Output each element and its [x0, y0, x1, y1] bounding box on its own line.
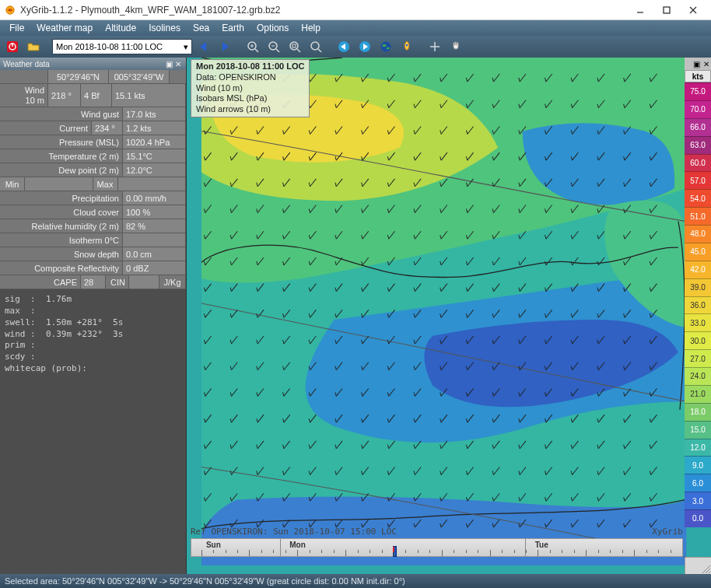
status-text: Selected area: 50°29'46"N 005°32'49"W ->… [5, 576, 405, 586]
ts-tue: Tue [535, 541, 548, 549]
svg-point-26 [381, 42, 391, 52]
overlay-isobars: Isobars MSL (hPa) [196, 93, 304, 104]
ts-sun: Sun [206, 541, 221, 549]
resize-grip[interactable] [685, 557, 711, 574]
toolbar: Mon 2018-10-08 11:00 LOC ▾ [0, 36, 711, 58]
wind10m-bf: 4 Bf [81, 84, 112, 107]
unit-jkg: J/Kg [159, 275, 186, 289]
legend-step: 33.0 [685, 313, 711, 331]
val-gust: 17.0 kts [123, 107, 186, 121]
svg-line-718 [709, 572, 710, 573]
lbl-cape: CAPE [0, 275, 81, 289]
map-view[interactable]: Mon 2018-10-08 11:00 LOC Data: OPENSKIRO… [187, 58, 711, 574]
menu-isolines[interactable]: Isolines [142, 23, 187, 33]
zoom-out-icon[interactable] [264, 37, 283, 56]
close-button[interactable] [680, 0, 706, 19]
legend-step: 63.0 [685, 136, 711, 154]
svg-rect-19 [292, 44, 296, 47]
legend-step: 60.0 [685, 154, 711, 172]
val-refl: 0 dBZ [123, 261, 186, 275]
nav-back-icon[interactable] [334, 37, 353, 56]
val-pressure: 1020.4 hPa [123, 135, 186, 149]
rocket-icon[interactable] [398, 37, 416, 56]
menu-options[interactable]: Options [250, 23, 295, 33]
window-title: XyGrib-1.1.2 - Plymouth_4km_WRF_WAM_1810… [20, 5, 280, 16]
zoom-in-icon[interactable] [243, 37, 262, 56]
val-dew: 12.0°C [123, 163, 186, 177]
svg-marker-8 [200, 42, 206, 51]
minimize-button[interactable] [627, 0, 653, 19]
time-selector[interactable]: Mon 2018-10-08 11:00 LOC ▾ [52, 39, 192, 54]
legend-close-icon[interactable]: ✕ [703, 60, 709, 68]
lbl-min: Min [0, 177, 25, 191]
lbl-pressure: Pressure (MSL) [0, 135, 123, 149]
menu-weather-map[interactable]: Weather map [30, 23, 99, 33]
val-precip: 0.00 mm/h [123, 191, 186, 205]
legend-float-icon[interactable]: ▣ [693, 60, 700, 68]
val-snow: 0.0 cm [123, 247, 186, 261]
power-icon[interactable] [3, 37, 22, 56]
ts-mon: Mon [289, 541, 306, 549]
legend-step: 15.0 [685, 421, 711, 439]
globe-icon[interactable] [377, 37, 395, 56]
val-rh: 82 % [123, 219, 186, 233]
menu-file[interactable]: File [3, 23, 30, 33]
val-cloud: 100 % [123, 205, 186, 219]
svg-line-21 [318, 49, 321, 52]
legend-step: 54.0 [685, 189, 711, 207]
legend-step: 75.0 [685, 82, 711, 100]
pan-icon[interactable] [447, 37, 465, 56]
time-slider[interactable]: Sun Mon Tue [191, 538, 683, 557]
lbl-gust: Wind gust [0, 107, 123, 121]
legend-step: 51.0 [685, 207, 711, 225]
menu-earth[interactable]: Earth [215, 23, 250, 33]
zoom-fit-icon[interactable] [285, 37, 304, 56]
panel-header: Weather data ▣ ✕ [0, 58, 186, 70]
val-iso [123, 233, 186, 247]
legend-step: 57.0 [685, 171, 711, 189]
legend-unit: kts [685, 70, 711, 82]
lat-value: 50°29'46"N [48, 70, 109, 83]
lbl-cin: CIN [106, 275, 129, 289]
zoom-region-icon[interactable] [306, 37, 325, 56]
lbl-rh: Relative humidity (2 m) [0, 219, 123, 233]
open-file-icon[interactable] [24, 37, 43, 56]
svg-marker-9 [222, 42, 229, 51]
legend-step: 9.0 [685, 456, 711, 474]
legend-step: 27.0 [685, 349, 711, 367]
time-selector-text: Mon 2018-10-08 11:00 LOC [56, 42, 163, 51]
panel-float-icon[interactable]: ▣ [164, 59, 173, 68]
legend-step: 0.0 [685, 509, 711, 527]
menu-sea[interactable]: Sea [187, 23, 215, 33]
maximize-button[interactable] [653, 0, 680, 19]
overlay-time: Mon 2018-10-08 11:00 LOC [196, 61, 304, 72]
chevron-down-icon: ▾ [184, 42, 188, 52]
legend-step: 30.0 [685, 331, 711, 349]
app-icon [5, 5, 16, 16]
select-icon[interactable] [426, 37, 444, 56]
lon-value: 005°32'49"W [109, 70, 170, 83]
next-time-icon[interactable] [215, 37, 234, 56]
prev-time-icon[interactable] [194, 37, 213, 56]
legend-step: 6.0 [685, 474, 711, 492]
svg-point-20 [311, 42, 319, 50]
overlay-arrows: Wind arrows (10 m) [196, 104, 304, 115]
legend-step: 36.0 [685, 296, 711, 314]
val-current-dir: 234 ° [92, 121, 123, 135]
lbl-max: Max [93, 177, 118, 191]
legend-step: 12.0 [685, 439, 711, 457]
nav-forward-icon[interactable] [356, 37, 374, 56]
legend-step: 70.0 [685, 100, 711, 118]
val-current-spd: 1.2 kts [123, 121, 186, 135]
data-grid: 50°29'46"N 005°32'49"W Wind 10 m 218 ° 4… [0, 70, 186, 289]
panel-close-icon[interactable]: ✕ [173, 59, 183, 68]
status-bar: Selected area: 50°29'46"N 005°32'49"W ->… [0, 574, 711, 588]
svg-point-17 [290, 42, 298, 50]
lbl-dew: Dew point (2 m) [0, 163, 123, 177]
svg-line-11 [255, 49, 258, 52]
svg-line-15 [276, 49, 279, 52]
svg-rect-2 [664, 7, 670, 13]
menu-altitude[interactable]: Altitude [99, 23, 142, 33]
menu-help[interactable]: Help [295, 23, 327, 33]
legend-step: 45.0 [685, 243, 711, 261]
